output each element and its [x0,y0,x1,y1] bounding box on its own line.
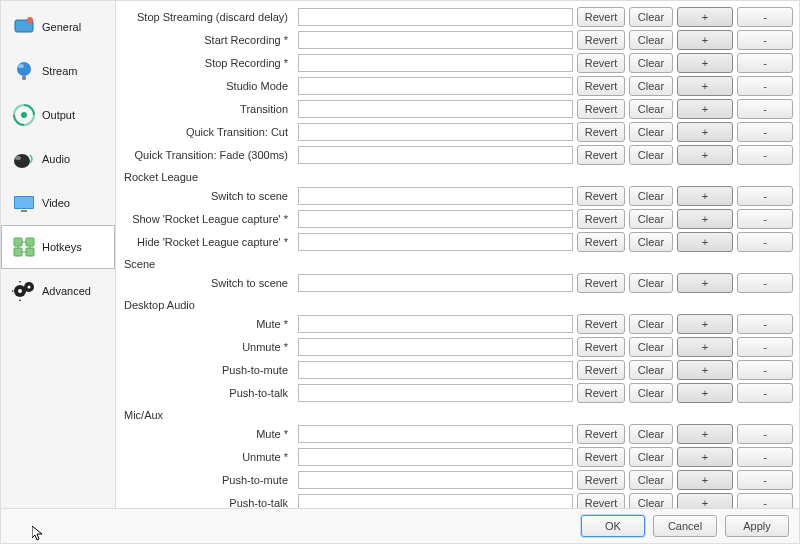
clear-button[interactable]: Clear [629,232,673,252]
hotkey-input[interactable] [298,146,573,164]
revert-button[interactable]: Revert [577,186,625,206]
add-button[interactable]: + [677,122,733,142]
clear-button[interactable]: Clear [629,470,673,490]
add-button[interactable]: + [677,470,733,490]
hotkey-input[interactable] [298,187,573,205]
hotkeys-scroll-pane[interactable]: Stop Streaming (discard delay)RevertClea… [116,1,799,508]
remove-button[interactable]: - [737,424,793,444]
add-button[interactable]: + [677,493,733,508]
add-button[interactable]: + [677,145,733,165]
remove-button[interactable]: - [737,314,793,334]
remove-button[interactable]: - [737,76,793,96]
remove-button[interactable]: - [737,30,793,50]
add-button[interactable]: + [677,186,733,206]
hotkey-input[interactable] [298,123,573,141]
revert-button[interactable]: Revert [577,76,625,96]
add-button[interactable]: + [677,447,733,467]
clear-button[interactable]: Clear [629,7,673,27]
ok-button[interactable]: OK [581,515,645,537]
revert-button[interactable]: Revert [577,447,625,467]
clear-button[interactable]: Clear [629,337,673,357]
revert-button[interactable]: Revert [577,122,625,142]
remove-button[interactable]: - [737,470,793,490]
hotkey-input[interactable] [298,425,573,443]
remove-button[interactable]: - [737,53,793,73]
revert-button[interactable]: Revert [577,145,625,165]
sidebar-item-output[interactable]: Output [1,93,115,137]
remove-button[interactable]: - [737,186,793,206]
revert-button[interactable]: Revert [577,209,625,229]
hotkey-input[interactable] [298,233,573,251]
hotkey-input[interactable] [298,338,573,356]
remove-button[interactable]: - [737,447,793,467]
add-button[interactable]: + [677,209,733,229]
add-button[interactable]: + [677,383,733,403]
clear-button[interactable]: Clear [629,53,673,73]
hotkey-input[interactable] [298,315,573,333]
revert-button[interactable]: Revert [577,7,625,27]
clear-button[interactable]: Clear [629,360,673,380]
revert-button[interactable]: Revert [577,99,625,119]
remove-button[interactable]: - [737,273,793,293]
remove-button[interactable]: - [737,337,793,357]
revert-button[interactable]: Revert [577,232,625,252]
sidebar-item-general[interactable]: General [1,5,115,49]
hotkey-input[interactable] [298,100,573,118]
revert-button[interactable]: Revert [577,30,625,50]
revert-button[interactable]: Revert [577,383,625,403]
clear-button[interactable]: Clear [629,493,673,508]
clear-button[interactable]: Clear [629,99,673,119]
add-button[interactable]: + [677,337,733,357]
revert-button[interactable]: Revert [577,273,625,293]
hotkey-input[interactable] [298,31,573,49]
hotkey-input[interactable] [298,494,573,508]
clear-button[interactable]: Clear [629,30,673,50]
add-button[interactable]: + [677,424,733,444]
clear-button[interactable]: Clear [629,122,673,142]
sidebar-item-advanced[interactable]: Advanced [1,269,115,313]
remove-button[interactable]: - [737,145,793,165]
add-button[interactable]: + [677,232,733,252]
add-button[interactable]: + [677,360,733,380]
remove-button[interactable]: - [737,360,793,380]
sidebar-item-video[interactable]: Video [1,181,115,225]
hotkey-input[interactable] [298,54,573,72]
add-button[interactable]: + [677,30,733,50]
add-button[interactable]: + [677,53,733,73]
revert-button[interactable]: Revert [577,360,625,380]
hotkey-input[interactable] [298,384,573,402]
sidebar-item-audio[interactable]: Audio [1,137,115,181]
revert-button[interactable]: Revert [577,337,625,357]
revert-button[interactable]: Revert [577,424,625,444]
clear-button[interactable]: Clear [629,273,673,293]
clear-button[interactable]: Clear [629,447,673,467]
clear-button[interactable]: Clear [629,209,673,229]
apply-button[interactable]: Apply [725,515,789,537]
remove-button[interactable]: - [737,99,793,119]
hotkey-input[interactable] [298,274,573,292]
add-button[interactable]: + [677,273,733,293]
add-button[interactable]: + [677,314,733,334]
cancel-button[interactable]: Cancel [653,515,717,537]
add-button[interactable]: + [677,99,733,119]
clear-button[interactable]: Clear [629,424,673,444]
hotkey-input[interactable] [298,77,573,95]
remove-button[interactable]: - [737,493,793,508]
remove-button[interactable]: - [737,383,793,403]
hotkey-input[interactable] [298,8,573,26]
sidebar-item-hotkeys[interactable]: Hotkeys [1,225,115,269]
clear-button[interactable]: Clear [629,186,673,206]
hotkey-input[interactable] [298,471,573,489]
remove-button[interactable]: - [737,122,793,142]
clear-button[interactable]: Clear [629,314,673,334]
add-button[interactable]: + [677,7,733,27]
revert-button[interactable]: Revert [577,493,625,508]
revert-button[interactable]: Revert [577,314,625,334]
hotkey-input[interactable] [298,361,573,379]
add-button[interactable]: + [677,76,733,96]
revert-button[interactable]: Revert [577,53,625,73]
clear-button[interactable]: Clear [629,76,673,96]
remove-button[interactable]: - [737,232,793,252]
sidebar-item-stream[interactable]: Stream [1,49,115,93]
hotkey-input[interactable] [298,448,573,466]
